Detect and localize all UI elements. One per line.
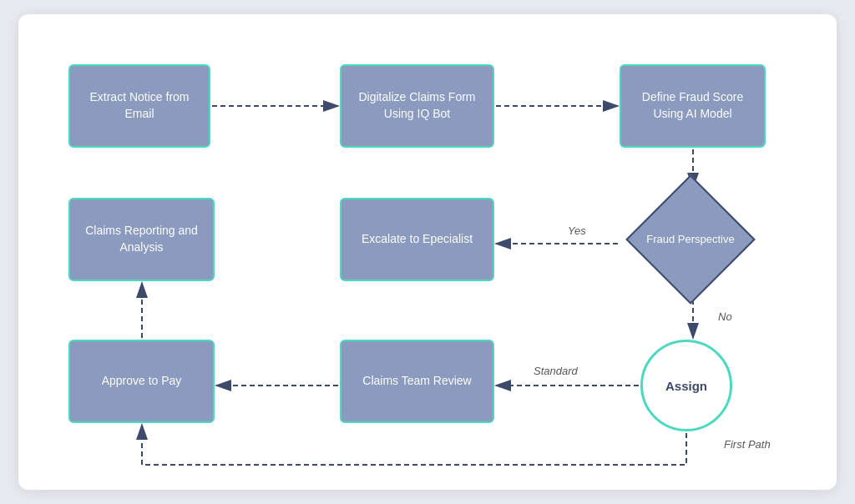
node-escalate: Excalate to Epecialist <box>340 198 494 281</box>
label-no: No <box>718 310 732 323</box>
node-claims-reporting: Claims Reporting and Analysis <box>68 198 215 281</box>
label-first-path: First Path <box>724 438 771 451</box>
diagram-container: Extract Notice from Email Digitalize Cla… <box>18 14 837 490</box>
node-assign: Assign <box>640 340 732 431</box>
node-approve: Approve to Pay <box>68 340 215 423</box>
label-standard: Standard <box>534 365 578 377</box>
node-claims-review: Claims Team Review <box>340 340 494 423</box>
node-extract: Extract Notice from Email <box>68 64 210 148</box>
node-fraud-score: Define Fraud Score Using AI Model <box>620 64 766 148</box>
fraud-perspective-label: Fraud Perspective <box>646 233 735 247</box>
node-fraud-perspective: Fraud Perspective <box>640 189 741 290</box>
node-digitalize: Digitalize Claims Form Using IQ Bot <box>340 64 494 148</box>
label-yes: Yes <box>568 224 586 237</box>
